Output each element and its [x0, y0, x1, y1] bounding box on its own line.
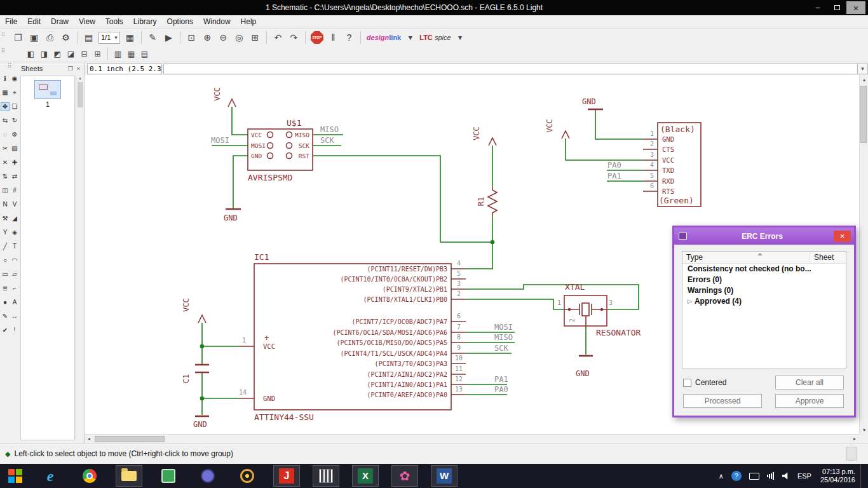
ic1-ref[interactable]: IC1 [254, 252, 269, 262]
horizontal-scrollbar[interactable]: ◂ ▸ [85, 434, 859, 443]
tool-cut-icon[interactable]: ✂ [1, 144, 10, 153]
power-gnd-symbol[interactable]: GND [582, 97, 603, 109]
palette-grip[interactable]: ⠿ [0, 62, 19, 72]
taskbar-app-jdownloader[interactable]: J [273, 465, 300, 487]
print-icon[interactable]: ⎙ [43, 30, 57, 44]
tool-miter-icon[interactable]: ◢ [10, 214, 19, 223]
power-vcc-symbol[interactable]: VCC [545, 119, 569, 139]
open-icon[interactable]: ❐ [11, 30, 25, 44]
ltc-spice-button[interactable]: LTC spice [419, 34, 451, 41]
expand-triangle-icon[interactable]: ▷ [688, 296, 692, 307]
ic1-value[interactable]: ATTINY44-SSU [254, 412, 314, 422]
taskbar-app-purple[interactable] [194, 465, 221, 487]
tool-arc-icon[interactable]: ◠ [10, 256, 19, 265]
tool-net-icon[interactable]: ⌐ [10, 284, 19, 293]
power-vcc-symbol[interactable]: VCC [182, 298, 206, 323]
tool-copy-icon[interactable]: ❏ [10, 102, 19, 111]
taskbar-app-mixer[interactable] [313, 465, 339, 487]
erc-row-errors[interactable]: Errors (0) [682, 274, 846, 285]
net-wire-xtal[interactable] [466, 285, 639, 355]
tool-dimension-icon[interactable]: ↔ [10, 312, 19, 321]
erc-dialog-titlebar[interactable]: ERC Errors × [674, 227, 854, 245]
menu-edit[interactable]: Edit [22, 17, 46, 26]
erc-row-approved[interactable]: ▷Approved (4) [682, 296, 846, 307]
undo-icon[interactable]: ↶ [271, 30, 285, 44]
erc-results-table[interactable]: Type Sheet Consistency not checked (no b… [682, 251, 846, 369]
tool-add-icon[interactable]: ✚ [10, 158, 19, 167]
zoom-redraw-icon[interactable]: ◎ [232, 30, 247, 44]
tool-change-icon[interactable]: ⚙ [10, 130, 19, 139]
tool-erc-icon[interactable]: ✔ [1, 326, 10, 335]
tool-replace-icon[interactable]: ◫ [1, 186, 10, 195]
power-vcc-symbol[interactable]: VCC [213, 87, 236, 107]
net-label-miso[interactable]: MISO [320, 125, 339, 134]
net-wire-reset[interactable] [313, 146, 492, 269]
tray-network-icon[interactable] [767, 472, 775, 480]
approve-button[interactable]: Approve [775, 394, 844, 408]
tray-expand-icon[interactable]: ∧ [719, 472, 724, 480]
scroll-right-icon[interactable]: ▸ [850, 435, 859, 444]
scroll-down-icon[interactable]: ▾ [860, 425, 868, 434]
sheet-selector[interactable]: 1/1 ▾ [98, 32, 120, 44]
net-label-sck[interactable]: SCK [494, 344, 508, 353]
net-wire-ftdi[interactable] [566, 109, 643, 181]
designlink-dropdown-icon[interactable]: ▾ [404, 32, 416, 43]
layout-2-icon[interactable]: ◨ [38, 48, 50, 60]
tool-circle-icon[interactable]: ○ [1, 256, 10, 265]
erc-column-type[interactable]: Type [682, 252, 810, 263]
net-wire-gnd-u1[interactable] [233, 156, 248, 208]
junction-dot[interactable] [200, 396, 205, 401]
taskbar-app-ie[interactable]: e [37, 465, 64, 487]
u1-value[interactable]: AVRISPSMD [248, 173, 293, 182]
power-gnd-symbol[interactable]: GND [193, 416, 209, 429]
tray-language[interactable]: ESP [797, 472, 811, 480]
component-ic1-attiny44[interactable]: IC1 ATTINY44-SSU (PCINT11/RESET/DW)PB3 (… [239, 252, 466, 422]
tool-mirror-icon[interactable]: ⇆ [1, 116, 10, 125]
command-input[interactable] [163, 64, 858, 74]
help-icon[interactable]: ? [342, 30, 356, 44]
layout-3-icon[interactable]: ◩ [51, 48, 64, 60]
tool-delete-icon[interactable]: ✕ [1, 158, 10, 167]
zoom-in-icon[interactable]: ⊕ [200, 30, 215, 44]
tool-name-icon[interactable]: N [1, 200, 10, 209]
sheets-scrollbar[interactable]: ▴ [76, 76, 84, 440]
r1-ref[interactable]: R1 [477, 197, 485, 206]
panel-view-3-icon[interactable]: ▤ [139, 48, 151, 60]
layout-5-icon[interactable]: ⊟ [78, 48, 90, 60]
component-ftdi-header[interactable]: (Black) (Green) GND CTS VCC TXD RXD RTS … [643, 123, 701, 207]
tool-group-icon[interactable]: ◌ [1, 130, 10, 139]
junction-dot[interactable] [200, 344, 205, 349]
board-switch-icon[interactable]: ▤ [81, 30, 96, 44]
erc-column-sheet[interactable]: Sheet [810, 252, 846, 263]
tool-pinswap-icon[interactable]: ⇅ [1, 172, 10, 181]
taskbar-app-media[interactable] [234, 465, 261, 487]
cam-processor-icon[interactable]: ⚙ [58, 30, 73, 44]
centered-checkbox-row[interactable]: Centered [683, 378, 726, 387]
scrollbar-thumb[interactable] [95, 436, 165, 442]
scroll-left-icon[interactable]: ◂ [85, 435, 93, 444]
toolbar-grip[interactable]: ⠿ [1, 31, 8, 44]
tool-info-icon[interactable]: ℹ [1, 74, 10, 83]
tool-split-icon[interactable]: Y [1, 228, 10, 237]
tool-wire-icon[interactable]: ╱ [1, 242, 10, 251]
run-ulp-icon[interactable]: ▶ [161, 30, 176, 44]
taskbar-app-explorer[interactable] [116, 465, 142, 487]
centered-checkbox[interactable] [683, 379, 691, 387]
tool-gateswap-icon[interactable]: ⇄ [10, 172, 19, 181]
scroll-up-icon[interactable]: ▴ [79, 76, 81, 80]
component-u1-avrispsmd[interactable]: U$1 AVRISPSMD VCC MOSI GND MISO SCK RST [248, 118, 313, 182]
tool-label-icon[interactable]: A [10, 298, 19, 307]
tool-attribute-icon[interactable]: ✎ [1, 312, 10, 321]
stop-icon[interactable]: STOP [311, 31, 323, 44]
net-label-sck[interactable]: SCK [320, 136, 334, 145]
component-r1[interactable]: R1 [477, 187, 497, 216]
net-label-pa0[interactable]: PA0 [607, 161, 621, 170]
tool-mark-icon[interactable]: ⌖ [10, 88, 19, 97]
tool-text-icon[interactable]: T [10, 242, 19, 251]
erc-errors-dialog[interactable]: ERC Errors × Type Sheet Consistency not … [672, 226, 856, 417]
scrollbar-thumb[interactable] [78, 82, 83, 107]
menu-help[interactable]: Help [236, 17, 262, 26]
erc-row-warnings[interactable]: Warnings (0) [682, 285, 846, 296]
command-history-dropdown[interactable]: ▾ [858, 64, 868, 74]
grid-settings-icon[interactable]: ▦ [123, 30, 137, 44]
